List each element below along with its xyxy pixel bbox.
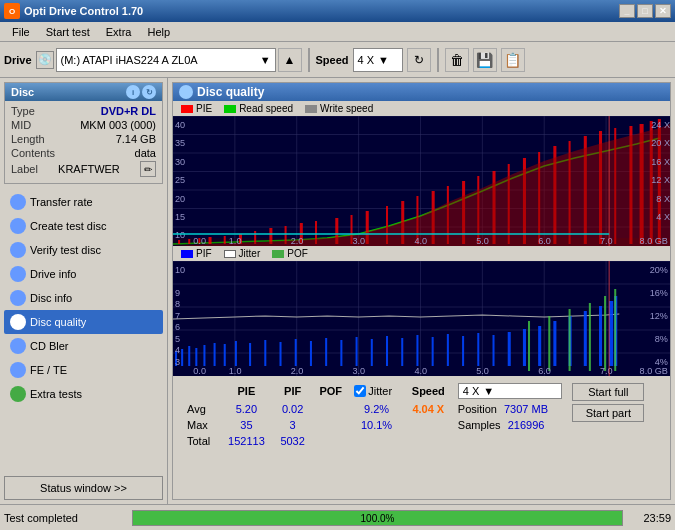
svg-rect-120: [528, 321, 530, 371]
nav-drive-info[interactable]: Drive info: [4, 262, 163, 286]
svg-text:20%: 20%: [650, 265, 668, 275]
svg-rect-111: [508, 332, 511, 366]
svg-text:3.0: 3.0: [353, 236, 366, 246]
test-completed-text: Test completed: [4, 512, 124, 524]
nav-icon: [10, 218, 26, 234]
nav-extra-tests[interactable]: Extra tests: [4, 382, 163, 406]
write-speed-label: Write speed: [320, 103, 373, 114]
sidebar-nav: Transfer rate Create test disc Verify te…: [0, 188, 167, 472]
nav-disc-info[interactable]: Disc info: [4, 286, 163, 310]
svg-text:6: 6: [175, 322, 180, 332]
svg-rect-18: [209, 237, 212, 244]
minimize-button[interactable]: _: [619, 4, 635, 18]
pie-header: PIE: [221, 382, 272, 400]
svg-text:20: 20: [175, 194, 185, 204]
svg-text:12%: 12%: [650, 311, 668, 321]
nav-transfer-rate[interactable]: Transfer rate: [4, 190, 163, 214]
avg-pie: 5.20: [221, 402, 272, 416]
speed-label: Speed: [316, 54, 349, 66]
disc-panel: Disc i ↻ Type DVD+R DL MID MKM 003 (000)…: [4, 82, 163, 184]
nav-cd-bler[interactable]: CD Bler: [4, 334, 163, 358]
svg-text:8.0 GB: 8.0 GB: [640, 236, 668, 246]
nav-fe-te[interactable]: FE / TE: [4, 358, 163, 382]
nav-icon: [10, 338, 26, 354]
position-value: 7307 MB: [504, 403, 548, 415]
bottom-chart: 20% 16% 12% 8% 4% 10 9 8 7 6 5 4 3 0.0: [173, 261, 670, 376]
svg-text:10: 10: [175, 265, 185, 275]
top-chart: 24 X 20 X 16 X 12 X 8 X 4 X 40 35 30 25 …: [173, 116, 670, 246]
svg-rect-122: [569, 309, 571, 371]
empty-cell: [183, 382, 219, 400]
progress-text: 100.0%: [361, 512, 395, 523]
bottom-chart-svg: 20% 16% 12% 8% 4% 10 9 8 7 6 5 4 3 0.0: [173, 261, 670, 376]
svg-marker-49: [173, 124, 670, 246]
svg-rect-102: [371, 339, 373, 366]
close-button[interactable]: ✕: [655, 4, 671, 18]
write-speed-color: [305, 105, 317, 113]
svg-rect-91: [214, 343, 216, 366]
svg-text:5: 5: [175, 334, 180, 344]
svg-text:24 X: 24 X: [651, 120, 670, 130]
save-button[interactable]: 📋: [501, 48, 525, 72]
svg-text:7.0: 7.0: [600, 236, 613, 246]
disc-info: Type DVD+R DL MID MKM 003 (000) Length 7…: [5, 101, 162, 183]
menu-help[interactable]: Help: [139, 24, 178, 40]
pif-color: [181, 250, 193, 258]
svg-rect-118: [609, 301, 613, 366]
svg-text:35: 35: [175, 138, 185, 148]
svg-rect-99: [325, 338, 327, 366]
speed-select[interactable]: 4 X ▼: [353, 48, 403, 72]
speed-dropdown[interactable]: 4 X ▼: [458, 383, 563, 399]
jitter-checkbox[interactable]: [354, 385, 366, 397]
svg-rect-114: [553, 321, 556, 366]
disc-info-icon[interactable]: i: [126, 85, 140, 99]
menu-file[interactable]: File: [4, 24, 38, 40]
status-window-button[interactable]: Status window >>: [4, 476, 163, 500]
speed-select-cell: 4 X ▼: [454, 382, 567, 400]
drive-select[interactable]: (M:) ATAPI iHAS224 A ZL0A ▼: [56, 48, 276, 72]
svg-rect-117: [599, 306, 602, 366]
content-area: Disc quality PIE Read speed Write speed: [168, 78, 675, 504]
svg-rect-89: [195, 348, 197, 366]
svg-text:20 X: 20 X: [651, 138, 670, 148]
jitter-header: Jitter: [368, 385, 392, 397]
svg-text:2.0: 2.0: [291, 366, 304, 376]
nav-create-test-disc[interactable]: Create test disc: [4, 214, 163, 238]
nav-icon: [10, 266, 26, 282]
nav-icon: [10, 386, 26, 402]
nav-label: FE / TE: [30, 364, 67, 376]
svg-rect-103: [386, 336, 388, 366]
disc-refresh-icon[interactable]: ↻: [142, 85, 156, 99]
svg-text:4.0: 4.0: [414, 366, 427, 376]
start-full-button[interactable]: Start full: [572, 383, 644, 401]
speed-refresh-button[interactable]: ↻: [407, 48, 431, 72]
svg-rect-105: [416, 335, 418, 366]
burn-button[interactable]: 💾: [473, 48, 497, 72]
svg-rect-101: [356, 337, 358, 366]
sidebar: Disc i ↻ Type DVD+R DL MID MKM 003 (000)…: [0, 78, 168, 504]
erase-button[interactable]: 🗑: [445, 48, 469, 72]
menu-extra[interactable]: Extra: [98, 24, 140, 40]
svg-rect-104: [401, 338, 403, 366]
drive-icon: 💿: [36, 51, 54, 69]
svg-rect-124: [604, 296, 606, 371]
svg-text:4 X: 4 X: [656, 212, 670, 222]
speed-value: 4.04 X: [405, 402, 452, 416]
svg-text:6.0: 6.0: [538, 366, 551, 376]
svg-rect-116: [584, 311, 587, 366]
svg-text:1.0: 1.0: [229, 366, 242, 376]
menu-start-test[interactable]: Start test: [38, 24, 98, 40]
label-edit-icon[interactable]: ✏: [140, 161, 156, 177]
max-pie: 35: [221, 418, 272, 432]
nav-icon: [10, 314, 26, 330]
nav-verify-test-disc[interactable]: Verify test disc: [4, 238, 163, 262]
statusbar: Test completed 100.0% 23:59: [0, 504, 675, 530]
start-part-button[interactable]: Start part: [572, 404, 644, 422]
svg-text:3.0: 3.0: [353, 366, 366, 376]
stats-area: PIE PIF POF Jitter Speed 4 X: [173, 376, 670, 454]
drive-refresh-button[interactable]: ▲: [278, 48, 302, 72]
bottom-legend: PIF Jitter POF: [173, 246, 670, 261]
nav-disc-quality[interactable]: Disc quality: [4, 310, 163, 334]
maximize-button[interactable]: □: [637, 4, 653, 18]
nav-label: Disc info: [30, 292, 72, 304]
